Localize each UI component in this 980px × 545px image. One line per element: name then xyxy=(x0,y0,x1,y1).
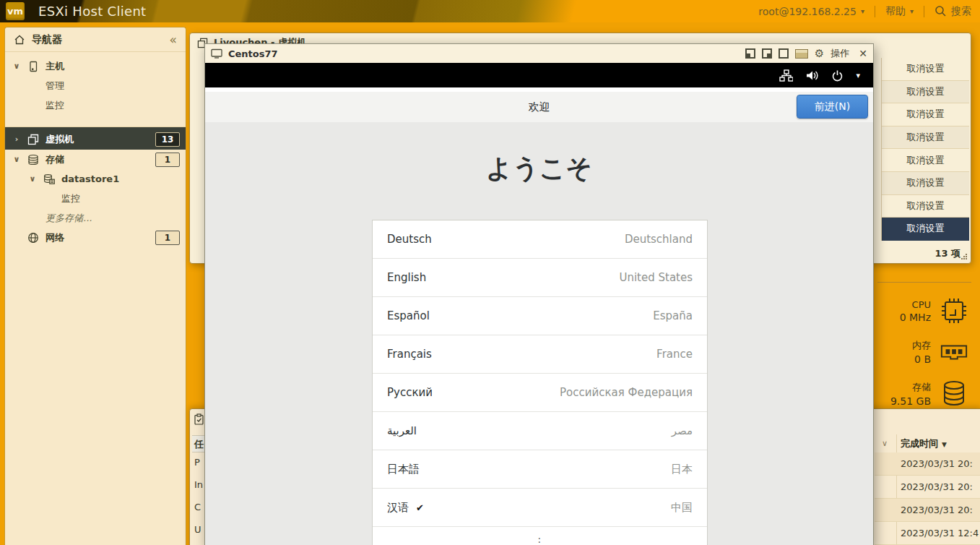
vm-table-row[interactable]: 取消设置 xyxy=(882,149,969,172)
user-menu-label: root@192.168.2.25 xyxy=(758,6,857,17)
sidebar-item-storage[interactable]: ∨存储1 xyxy=(5,150,186,169)
cancel-settings-link[interactable]: 取消设置 xyxy=(907,154,945,167)
close-icon[interactable]: ✕ xyxy=(859,48,867,59)
network-status-icon[interactable] xyxy=(779,69,793,82)
chevron-down-icon[interactable]: ∨ xyxy=(882,439,888,448)
language-region: Российская Федерация xyxy=(560,386,693,399)
user-menu[interactable]: root@192.168.2.25 ▾ xyxy=(758,6,864,17)
screenshot-icon[interactable] xyxy=(795,49,808,59)
tasks-left-strip: 任 PInCU xyxy=(192,409,205,545)
search-control[interactable]: 搜索 xyxy=(935,5,971,18)
count-badge: 1 xyxy=(155,153,180,167)
cancel-settings-link[interactable]: 取消设置 xyxy=(907,176,945,189)
cancel-settings-link[interactable]: 取消设置 xyxy=(907,108,945,121)
sidebar-item-host[interactable]: ∨主机 xyxy=(5,56,186,76)
vm-table-row[interactable]: 取消设置 xyxy=(882,195,969,218)
host-stat-cpu: CPU0 MHz xyxy=(900,296,968,325)
language-row-arabic[interactable]: العربيةمصر xyxy=(373,412,707,450)
vm-table-actions-column: 取消设置取消设置取消设置取消设置取消设置取消设置取消设置取消设置 xyxy=(881,58,969,241)
sidebar-item-datastore-monitor[interactable]: 监控 xyxy=(5,189,186,208)
actions-menu[interactable]: 操作 xyxy=(831,47,849,60)
stat-text: 存储9.51 GB xyxy=(890,381,931,407)
completion-time-label: 完成时间 xyxy=(901,438,938,449)
language-row-japanese[interactable]: 日本語日本 xyxy=(373,450,707,489)
vm-table-row[interactable]: 取消设置 xyxy=(882,58,969,81)
installer-content: ようこそ DeutschDeutschlandEnglishUnited Sta… xyxy=(205,122,873,545)
collapse-panel-button[interactable]: « xyxy=(170,33,177,47)
cancel-settings-link[interactable]: 取消设置 xyxy=(907,222,945,235)
sidebar-item-network[interactable]: 网络1 xyxy=(5,228,186,247)
tasks-right-section: ∨ 完成时间▼ 2023/03/31 20:2023/03/31 20:2023… xyxy=(875,409,980,545)
maximize-window-icon[interactable] xyxy=(779,48,789,59)
forward-button[interactable]: 前进(N) xyxy=(797,95,868,119)
language-row-german[interactable]: DeutschDeutschland xyxy=(373,220,707,259)
host-icon xyxy=(27,60,40,73)
cancel-settings-link[interactable]: 取消设置 xyxy=(907,131,945,144)
cancel-settings-link[interactable]: 取消设置 xyxy=(907,199,945,213)
sidebar-item-vms[interactable]: ›虚拟机13 xyxy=(5,126,186,150)
chevron-down-icon[interactable]: ▾ xyxy=(856,71,860,80)
chevron-icon[interactable]: ∨ xyxy=(12,61,21,71)
task-row[interactable]: 2023/03/31 20: xyxy=(875,499,980,522)
console-title: Centos77 xyxy=(228,48,278,59)
language-row-english[interactable]: EnglishUnited States xyxy=(373,259,707,297)
sidebar-item-label: 监控 xyxy=(61,192,80,205)
search-label: 搜索 xyxy=(951,5,971,18)
completion-time-column-header[interactable]: ∨ 完成时间▼ xyxy=(875,434,980,453)
stat-text: 内存0 B xyxy=(912,339,931,365)
more-languages-indicator[interactable]: ⋮ xyxy=(373,526,707,545)
task-row[interactable]: 2023/03/31 20: xyxy=(875,452,980,476)
sidebar-item-label: 网络 xyxy=(45,231,64,244)
console-titlebar[interactable]: Centos77 ⚙ 操作 ✕ xyxy=(205,44,873,63)
welcome-heading: ようこそ xyxy=(205,151,873,186)
language-row-russian[interactable]: РусскийРоссийская Федерация xyxy=(373,374,707,412)
navigator-panel: 导航器 « ∨主机管理监控›虚拟机13∨存储1∨datastore1监控更多存储… xyxy=(4,27,186,545)
resize-grip[interactable] xyxy=(961,253,967,259)
sidebar-item-more-storage[interactable]: 更多存储... xyxy=(5,208,186,228)
language-name: Русский xyxy=(387,386,433,399)
vm-table-row[interactable]: 取消设置 xyxy=(882,103,969,126)
chevron-down-icon: ▾ xyxy=(910,7,914,15)
selected-check-icon: ✔ xyxy=(416,502,424,513)
chevron-icon[interactable]: › xyxy=(12,134,21,144)
language-name: العربية xyxy=(387,424,417,437)
cancel-settings-link[interactable]: 取消设置 xyxy=(907,85,945,98)
language-row-spanish[interactable]: EspañolEspaña xyxy=(373,297,707,335)
datastore-icon xyxy=(43,173,56,186)
language-row-chinese[interactable]: 汉语✔中国 xyxy=(373,489,707,526)
cancel-settings-link[interactable]: 取消设置 xyxy=(907,62,945,75)
tasks-clipboard-icon xyxy=(194,413,204,425)
vm-table-row[interactable]: 取消设置 xyxy=(882,126,969,150)
installer-header-bar: 欢迎 前进(N) xyxy=(205,92,873,123)
task-row[interactable]: 2023/03/31 20: xyxy=(875,476,980,499)
power-icon[interactable] xyxy=(831,69,844,82)
chevron-icon[interactable]: ∨ xyxy=(12,155,21,164)
sidebar-item-host-monitor[interactable]: 监控 xyxy=(5,95,186,115)
sidebar-item-host-manage[interactable]: 管理 xyxy=(5,76,186,95)
installer-page-title: 欢迎 xyxy=(205,92,873,122)
vm-table-row[interactable]: 取消设置 xyxy=(882,172,969,195)
help-menu[interactable]: 帮助 ▾ xyxy=(885,5,914,18)
gear-icon[interactable]: ⚙ xyxy=(815,48,824,59)
language-name: Français xyxy=(387,348,432,361)
task-name-column-header[interactable]: 任 xyxy=(192,435,205,452)
stat-label: 内存 xyxy=(912,339,931,352)
language-name: English xyxy=(387,271,426,284)
language-row-french[interactable]: FrançaisFrance xyxy=(373,335,707,374)
language-name: 日本語 xyxy=(387,463,420,476)
vm-table-row[interactable]: 取消设置 xyxy=(882,218,969,241)
volume-icon[interactable] xyxy=(805,69,819,82)
sidebar-item-datastore1[interactable]: ∨datastore1 xyxy=(5,169,186,189)
dock-window-icon[interactable] xyxy=(745,48,755,59)
host-stat-内存: 内存0 B xyxy=(912,338,968,366)
language-region: España xyxy=(653,309,693,322)
count-badge: 13 xyxy=(155,132,180,147)
language-region: France xyxy=(656,348,693,361)
task-row[interactable]: 2023/03/31 12:4 xyxy=(875,522,980,545)
restore-window-icon[interactable] xyxy=(762,48,772,59)
chevron-icon[interactable]: ∨ xyxy=(28,174,37,184)
task-name-partial: In xyxy=(194,479,205,490)
vm-table-row[interactable]: 取消设置 xyxy=(882,81,969,104)
task-name-partial: U xyxy=(194,524,205,535)
stat-value: 0 MHz xyxy=(900,312,931,323)
